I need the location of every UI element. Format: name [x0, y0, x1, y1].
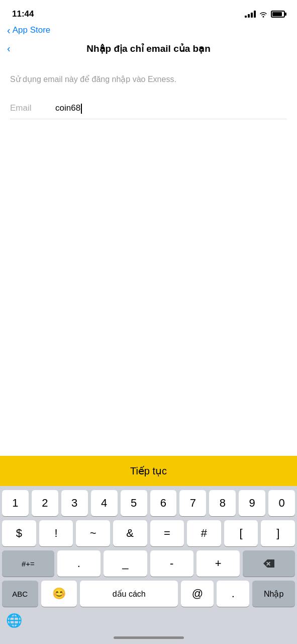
key-9[interactable]: 9 — [239, 490, 265, 516]
key-hash[interactable]: # — [187, 520, 221, 546]
key-delete[interactable] — [243, 550, 295, 577]
battery-icon — [271, 11, 285, 18]
email-field-row[interactable]: Email coin68 — [10, 98, 287, 119]
signal-icon — [245, 11, 256, 18]
key-underscore[interactable]: _ — [104, 550, 147, 577]
keyboard-row-symbols: $ ! ~ & = # [ ] — [2, 520, 295, 546]
continue-button-label: Tiếp tục — [130, 465, 167, 476]
key-plus[interactable]: + — [196, 550, 240, 577]
status-bar: 11:44 — [0, 0, 297, 25]
back-chevron-icon: ‹ — [7, 25, 11, 35]
wifi-icon — [259, 11, 268, 18]
status-icons — [245, 11, 285, 18]
key-minus[interactable]: - — [150, 550, 193, 577]
key-tilde[interactable]: ~ — [76, 520, 110, 546]
appstore-nav-row: ‹ App Store — [0, 25, 297, 37]
email-label: Email — [10, 103, 55, 113]
key-rbracket[interactable]: ] — [261, 520, 295, 546]
nav-back-chevron-icon: ‹ — [7, 43, 11, 53]
keyboard-row-numbers: 1 2 3 4 5 6 7 8 9 0 — [2, 490, 295, 516]
key-period[interactable]: . — [57, 550, 101, 577]
back-label: App Store — [13, 25, 51, 35]
key-equals[interactable]: = — [150, 520, 184, 546]
keyboard-wrapper: Tiếp tục 1 2 3 4 5 6 7 8 9 0 $ ! ~ & = #… — [0, 456, 297, 644]
back-button[interactable]: ‹ App Store — [7, 25, 50, 35]
key-0[interactable]: 0 — [268, 490, 295, 516]
key-lbracket[interactable]: [ — [224, 520, 258, 546]
home-indicator — [0, 632, 297, 644]
home-bar — [114, 636, 184, 639]
key-abc[interactable]: ABC — [2, 581, 38, 607]
page-title-row: ‹ Nhập địa chỉ email của bạn — [0, 37, 297, 59]
key-space[interactable]: dấu cách — [80, 581, 178, 607]
nav-back-button[interactable]: ‹ — [7, 43, 12, 53]
key-4[interactable]: 4 — [91, 490, 118, 516]
page-title: Nhập địa chỉ email của bạn — [86, 43, 211, 54]
key-exclaim[interactable]: ! — [39, 520, 73, 546]
key-8[interactable]: 8 — [209, 490, 236, 516]
status-time: 11:44 — [12, 9, 34, 19]
subtitle-text: Sử dụng email này để đăng nhập vào Exnes… — [10, 74, 287, 84]
key-enter[interactable]: Nhập — [252, 581, 295, 607]
keyboard-row-bottom: ABC 😊 dấu cách @ . Nhập — [2, 581, 295, 607]
globe-icon[interactable]: 🌐 — [6, 613, 22, 628]
content-area: Sử dụng email này để đăng nhập vào Exnes… — [0, 59, 297, 119]
key-7[interactable]: 7 — [179, 490, 206, 516]
continue-button[interactable]: Tiếp tục — [0, 456, 297, 486]
key-at[interactable]: @ — [181, 581, 214, 607]
key-3[interactable]: 3 — [61, 490, 88, 516]
key-2[interactable]: 2 — [32, 490, 58, 516]
key-6[interactable]: 6 — [150, 490, 177, 516]
keyboard: 1 2 3 4 5 6 7 8 9 0 $ ! ~ & = # [ ] #+= … — [0, 486, 297, 632]
key-hashplus[interactable]: #+= — [2, 550, 54, 577]
key-1[interactable]: 1 — [2, 490, 29, 516]
email-input[interactable]: coin68 — [55, 103, 287, 114]
key-dollar[interactable]: $ — [2, 520, 36, 546]
keyboard-globe-row: 🌐 — [2, 611, 295, 630]
key-ampersand[interactable]: & — [113, 520, 147, 546]
email-value-text: coin68 — [55, 103, 80, 113]
key-5[interactable]: 5 — [121, 490, 147, 516]
text-cursor — [81, 104, 82, 114]
key-emoji[interactable]: 😊 — [41, 581, 77, 607]
keyboard-row-special: #+= . _ - + — [2, 550, 295, 577]
delete-icon — [263, 559, 275, 568]
key-dot-bottom[interactable]: . — [217, 581, 249, 607]
